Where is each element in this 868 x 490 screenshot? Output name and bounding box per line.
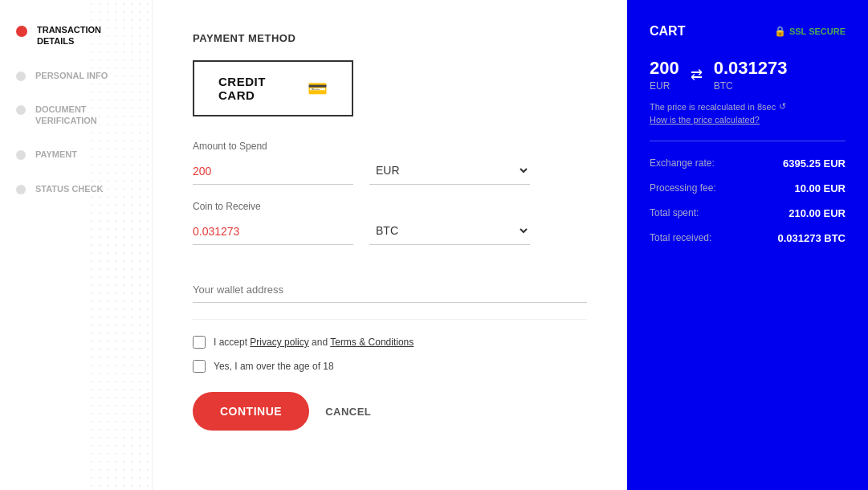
total-spent-label: Total spent: — [650, 207, 699, 219]
sidebar-item-status-check[interactable]: STATUS CHECK — [16, 183, 136, 194]
sidebar-item-label: DOCUMENT VERIFICATION — [35, 104, 136, 127]
coin-label: Coin to Receive — [193, 201, 587, 212]
sidebar-dot — [16, 105, 26, 115]
how-calculated-link[interactable]: How is the price calculated? — [650, 115, 846, 125]
cart-title: CART — [650, 24, 685, 39]
sidebar-item-label: PERSONAL INFO — [35, 70, 108, 81]
coin-to-receive-section: Coin to Receive BTC ETH LTC — [193, 201, 587, 245]
currency-select[interactable]: EUR USD GBP — [369, 157, 530, 185]
ssl-badge: 🔒 SSL SECURE — [774, 26, 846, 37]
wallet-address-input[interactable] — [193, 277, 587, 303]
total-received-label: Total received: — [650, 232, 711, 244]
processing-fee-label: Processing fee: — [650, 182, 716, 194]
sidebar-item-personal-info[interactable]: PERSONAL INFO — [16, 70, 136, 81]
sidebar-item-document-verification[interactable]: DOCUMENT VERIFICATION — [16, 104, 136, 127]
exchange-rate-row: Exchange rate: 6395.25 EUR — [650, 157, 846, 169]
sidebar: TRANSACTION DETAILS PERSONAL INFO DOCUME… — [0, 0, 153, 490]
amount-label: Amount to Spend — [193, 141, 587, 152]
total-spent-row: Total spent: 210.00 EUR — [650, 207, 846, 219]
total-received-row: Total received: 0.031273 BTC — [650, 232, 846, 244]
amount-row: EUR USD GBP — [193, 157, 587, 185]
from-currency: EUR — [650, 80, 679, 92]
cart-divider — [650, 141, 846, 141]
sidebar-dot — [16, 185, 26, 194]
privacy-checkbox[interactable] — [193, 336, 206, 349]
to-currency: BTC — [714, 80, 788, 92]
privacy-checkbox-row: I accept Privacy policy and Terms & Cond… — [193, 336, 587, 349]
ssl-label: SSL SECURE — [789, 27, 846, 36]
amount-to-spend-section: Amount to Spend EUR USD GBP — [193, 141, 587, 185]
sidebar-dot — [16, 26, 27, 37]
cart-header: CART 🔒 SSL SECURE — [650, 24, 846, 39]
from-col: 200 EUR — [650, 58, 679, 92]
main-content: PAYMENT METHOD CREDIT CARD 💳 Amount to S… — [153, 0, 627, 490]
to-amount: 0.031273 — [714, 58, 788, 79]
terms-link[interactable]: Terms & Conditions — [330, 337, 414, 348]
privacy-policy-link[interactable]: Privacy policy — [250, 337, 308, 348]
continue-button[interactable]: CONTINUE — [193, 392, 309, 431]
coin-select[interactable]: BTC ETH LTC — [369, 217, 530, 245]
refresh-icon: ↺ — [779, 101, 786, 112]
lock-icon: 🔒 — [774, 26, 786, 37]
privacy-label: I accept Privacy policy and Terms & Cond… — [214, 337, 414, 348]
payment-method-title: PAYMENT METHOD — [193, 32, 587, 44]
sidebar-item-label: PAYMENT — [35, 149, 77, 160]
credit-card-button[interactable]: CREDIT CARD 💳 — [193, 60, 353, 116]
coin-input[interactable] — [193, 218, 353, 245]
sidebar-item-label: TRANSACTION DETAILS — [37, 24, 136, 47]
arrows-col: ⇄ — [691, 66, 703, 84]
total-spent-value: 210.00 EUR — [789, 207, 846, 219]
age-checkbox-row: Yes, I am over the age of 18 — [193, 360, 587, 373]
age-label: Yes, I am over the age of 18 — [214, 361, 334, 372]
exchange-display: 200 EUR ⇄ 0.031273 BTC — [650, 58, 846, 92]
recalculate-text: The price is recalculated in 8sec — [650, 102, 776, 112]
sidebar-item-payment[interactable]: PAYMENT — [16, 149, 136, 160]
recalculate-note: The price is recalculated in 8sec ↺ — [650, 101, 846, 112]
divider — [193, 319, 587, 320]
sidebar-item-transaction-details[interactable]: TRANSACTION DETAILS — [16, 24, 136, 47]
exchange-arrows-icon: ⇄ — [691, 66, 703, 84]
total-received-value: 0.031273 BTC — [777, 232, 846, 244]
exchange-rate-label: Exchange rate: — [650, 157, 715, 169]
exchange-rate-value: 6395.25 EUR — [783, 157, 846, 169]
cart-panel: CART 🔒 SSL SECURE 200 EUR ⇄ 0.031273 BTC… — [627, 0, 868, 490]
action-buttons: CONTINUE CANCEL — [193, 392, 587, 431]
from-amount: 200 — [650, 58, 679, 79]
processing-fee-value: 10.00 EUR — [794, 182, 846, 194]
to-col: 0.031273 BTC — [714, 58, 788, 92]
processing-fee-row: Processing fee: 10.00 EUR — [650, 182, 846, 194]
credit-card-label: CREDIT CARD — [218, 75, 300, 102]
age-checkbox[interactable] — [193, 360, 206, 373]
sidebar-dot — [16, 71, 26, 81]
sidebar-item-label: STATUS CHECK — [35, 183, 104, 194]
coin-row: BTC ETH LTC — [193, 217, 587, 245]
cancel-button[interactable]: CANCEL — [325, 406, 371, 418]
amount-input[interactable] — [193, 158, 353, 185]
credit-card-icon: 💳 — [308, 79, 328, 98]
sidebar-dot — [16, 150, 26, 160]
